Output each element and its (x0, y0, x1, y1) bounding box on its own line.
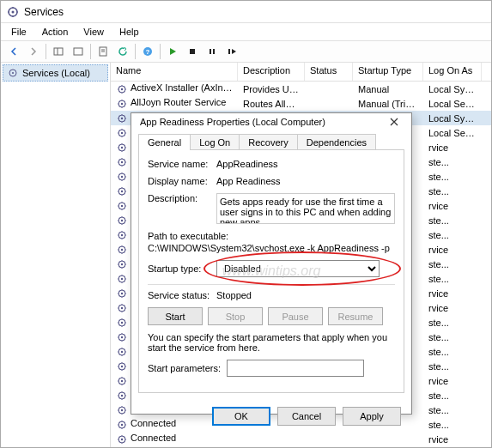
service-icon (116, 112, 128, 124)
label-start-params: Start parameters: (148, 363, 227, 373)
menu-help[interactable]: Help (112, 25, 146, 39)
list-header: Name Description Status Startup Type Log… (111, 63, 491, 82)
service-row[interactable]: AllJoyn Router ServiceRoutes AllJo...Man… (111, 96, 491, 111)
pause-button[interactable] (203, 42, 222, 61)
show-hide-button[interactable] (49, 42, 68, 61)
svg-point-21 (121, 117, 123, 118)
service-icon (116, 390, 128, 402)
tree-services-local[interactable]: Services (Local) (3, 64, 108, 82)
col-name-header[interactable]: Name (111, 63, 238, 81)
start-button[interactable]: Start (148, 307, 203, 325)
svg-point-63 (121, 423, 123, 425)
label-service-status: Service status: (148, 290, 216, 300)
services-tree-icon (7, 67, 19, 79)
svg-point-35 (121, 219, 123, 221)
service-icon (116, 404, 128, 416)
value-display-name: App Readiness (216, 176, 395, 186)
label-display-name: Display name: (148, 176, 216, 186)
service-icon (116, 433, 128, 445)
svg-rect-10 (190, 49, 195, 54)
service-icon (116, 419, 128, 431)
svg-point-1 (12, 10, 15, 13)
svg-point-39 (121, 248, 123, 250)
service-icon (116, 331, 128, 343)
col-status-header[interactable]: Status (305, 63, 353, 81)
service-icon (116, 258, 128, 270)
svg-point-59 (121, 394, 123, 396)
properties-button[interactable] (94, 42, 112, 61)
svg-point-41 (121, 263, 123, 264)
service-icon (116, 142, 128, 154)
svg-point-49 (121, 321, 123, 323)
close-button[interactable] (386, 113, 403, 130)
service-icon (116, 185, 128, 197)
tab-content-general: Service name: AppReadiness Display name:… (138, 149, 404, 393)
svg-rect-13 (228, 49, 230, 54)
tab-general[interactable]: General (138, 134, 191, 150)
help-text: You can specify the start parameters tha… (148, 332, 395, 353)
start-params-input[interactable] (227, 360, 364, 377)
stop-button: Stop (208, 307, 263, 325)
service-icon (116, 229, 128, 241)
toolbar: ? (1, 40, 491, 63)
pause-button: Pause (268, 307, 323, 325)
apply-button[interactable]: Apply (343, 407, 401, 426)
services-app-icon (6, 5, 20, 19)
tab-logon[interactable]: Log On (190, 134, 240, 150)
help-button[interactable]: ? (138, 42, 157, 61)
svg-point-61 (121, 409, 123, 410)
col-description-header[interactable]: Description (238, 63, 305, 81)
title-bar: Services (1, 1, 491, 23)
menu-bar: File Action View Help (1, 23, 491, 40)
label-startup-type: Startup type: (148, 263, 216, 274)
service-icon (116, 171, 128, 183)
svg-point-15 (12, 72, 14, 74)
service-icon (116, 360, 128, 372)
cancel-button[interactable]: Cancel (277, 407, 336, 426)
service-icon (116, 317, 128, 329)
service-icon (116, 346, 128, 358)
service-icon (116, 244, 128, 256)
col-logon-header[interactable]: Log On As (423, 63, 482, 81)
refresh-button[interactable] (113, 42, 132, 61)
value-service-status: Stopped (216, 290, 395, 300)
service-row[interactable]: ActiveX Installer (AxInstSV)Provides Us.… (111, 82, 491, 96)
value-description: Gets apps ready for use the first time a… (216, 193, 395, 224)
svg-rect-11 (210, 49, 211, 54)
svg-point-65 (121, 438, 123, 439)
svg-point-45 (121, 292, 123, 294)
dialog-title-bar: App Readiness Properties (Local Computer… (131, 113, 411, 130)
menu-action[interactable]: Action (35, 25, 76, 39)
svg-rect-2 (54, 48, 63, 55)
service-icon (116, 200, 128, 212)
play-button[interactable] (163, 42, 182, 61)
svg-point-17 (121, 88, 123, 89)
stop-button[interactable] (183, 42, 202, 61)
tab-recovery[interactable]: Recovery (239, 134, 297, 150)
export-button[interactable] (69, 42, 88, 61)
back-button[interactable] (4, 42, 23, 61)
label-description: Description: (148, 193, 216, 203)
col-startup-header[interactable]: Startup Type (353, 63, 423, 81)
restart-button[interactable] (222, 42, 241, 61)
label-path: Path to executable: (148, 231, 395, 241)
startup-type-select[interactable]: Disabled (216, 260, 380, 277)
tab-dependencies[interactable]: Dependencies (297, 134, 376, 150)
dialog-title: App Readiness Properties (Local Computer… (140, 117, 325, 127)
svg-point-31 (121, 190, 123, 191)
ok-button[interactable]: OK (212, 407, 270, 426)
svg-point-23 (121, 131, 123, 133)
properties-dialog: App Readiness Properties (Local Computer… (131, 112, 412, 415)
forward-button[interactable] (24, 42, 43, 61)
menu-file[interactable]: File (4, 25, 33, 39)
svg-rect-4 (74, 48, 82, 55)
menu-view[interactable]: View (76, 25, 111, 39)
svg-point-43 (121, 277, 123, 279)
service-row[interactable]: Contact Dste... (111, 446, 491, 447)
window-title: Services (24, 6, 64, 18)
svg-point-25 (121, 146, 123, 148)
svg-point-27 (121, 160, 123, 162)
value-service-name: AppReadiness (216, 159, 395, 169)
tree-root-label: Services (Local) (22, 68, 90, 78)
service-icon (116, 375, 128, 387)
